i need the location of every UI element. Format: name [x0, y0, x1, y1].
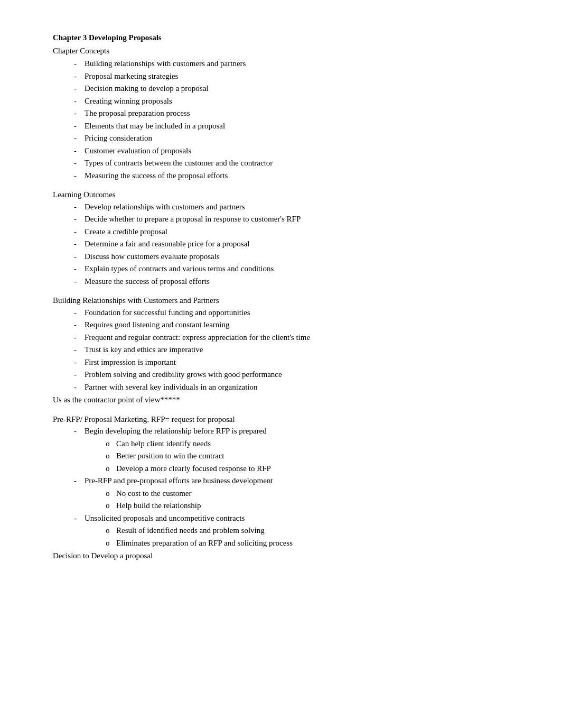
list-item: Help build the relationship [106, 500, 519, 512]
list-item: Begin developing the relationship before… [74, 425, 519, 474]
list-item: Unsolicited proposals and uncompetitive … [74, 512, 519, 549]
list-item: Develop relationships with customers and… [74, 201, 519, 213]
list-item: Partner with several key individuals in … [74, 381, 519, 393]
decision-title: Decision to Develop a proposal [53, 550, 519, 562]
building-relationships-section: Building Relationships with Customers an… [53, 294, 519, 406]
list-item: Requires good listening and constant lea… [74, 319, 519, 331]
list-item: Develop a more clearly focused response … [106, 463, 519, 475]
list-item: Proposal marketing strategies [74, 70, 519, 82]
chapter-header: Chapter 3 Developing Proposals Chapter C… [53, 32, 519, 181]
list-item: Discuss how customers evaluate proposals [74, 251, 519, 263]
list-item: Frequent and regular contract: express a… [74, 331, 519, 344]
list-item: Measure the success of proposal efforts [74, 275, 519, 288]
list-item: Measuring the success of the proposal ef… [74, 170, 519, 182]
list-item: Decide whether to prepare a proposal in … [74, 213, 519, 225]
chapter-concepts-list: Building relationships with customers an… [53, 58, 519, 181]
list-item: Creating winning proposals [74, 95, 519, 107]
list-item: First impression is important [74, 356, 519, 368]
list-item: Elements that may be included in a propo… [74, 120, 519, 132]
list-item: Result of identified needs and problem s… [106, 524, 519, 537]
list-item: The proposal preparation process [74, 107, 519, 119]
chapter-concepts-title: Chapter Concepts [53, 45, 519, 57]
building-relationships-title: Building Relationships with Customers an… [53, 294, 519, 307]
learning-outcomes-title: Learning Outcomes [53, 189, 519, 201]
list-item: Create a credible proposal [74, 226, 519, 238]
prerfp-sublist-1: No cost to the customer Help build the r… [85, 487, 519, 512]
prerfp-sublist-2: Result of identified needs and problem s… [85, 524, 519, 549]
list-item: Building relationships with customers an… [74, 58, 519, 70]
list-item: Foundation for successful funding and op… [74, 307, 519, 319]
list-item: Decision making to develop a proposal [74, 82, 519, 95]
learning-outcomes-section: Learning Outcomes Develop relationships … [53, 189, 519, 287]
list-item: Can help client identify needs [106, 438, 519, 450]
list-item: Customer evaluation of proposals [74, 145, 519, 157]
list-item: Better position to win the contract [106, 450, 519, 462]
prerfp-sublist-0: Can help client identify needs Better po… [85, 438, 519, 475]
list-item: Pre-RFP and pre-proposal efforts are bus… [74, 475, 519, 512]
prerfp-title: Pre-RFP/ Proposal Marketing. RFP= reques… [53, 413, 519, 426]
learning-outcomes-list: Develop relationships with customers and… [53, 201, 519, 288]
list-item: Problem solving and credibility grows wi… [74, 368, 519, 381]
list-item: Types of contracts between the customer … [74, 157, 519, 169]
chapter-title: Chapter 3 Developing Proposals [53, 32, 519, 44]
contractor-note: Us as the contractor point of view***** [53, 394, 519, 406]
prerfp-section: Pre-RFP/ Proposal Marketing. RFP= reques… [53, 413, 519, 562]
list-item: No cost to the customer [106, 487, 519, 500]
document: Chapter 3 Developing Proposals Chapter C… [53, 32, 519, 562]
list-item: Eliminates preparation of an RFP and sol… [106, 537, 519, 549]
list-item: Determine a fair and reasonable price fo… [74, 238, 519, 250]
list-item: Trust is key and ethics are imperative [74, 344, 519, 356]
building-relationships-list: Foundation for successful funding and op… [53, 307, 519, 393]
list-item: Pricing consideration [74, 132, 519, 144]
list-item: Explain types of contracts and various t… [74, 263, 519, 275]
prerfp-list: Begin developing the relationship before… [53, 425, 519, 549]
